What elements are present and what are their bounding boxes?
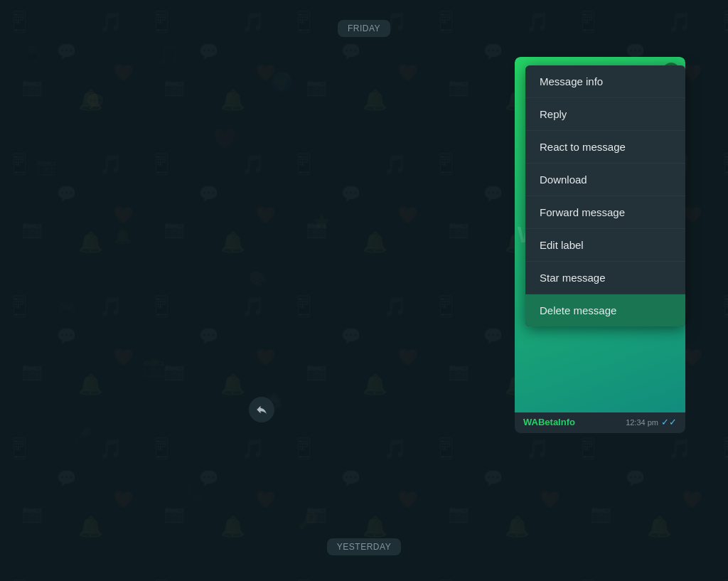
context-menu-item-delete[interactable]: Delete message	[525, 294, 685, 326]
day-label-friday: FRIDAY	[338, 20, 390, 37]
day-separator-yesterday: YESTERDAY	[0, 538, 728, 555]
sender-name: WABetaInfo	[523, 417, 575, 427]
context-menu-item-react[interactable]: React to message	[525, 131, 685, 164]
context-menu: Message info Reply React to message Down…	[525, 65, 685, 326]
context-menu-item-message-info[interactable]: Message info	[525, 65, 685, 98]
context-menu-item-download[interactable]: Download	[525, 164, 685, 196]
context-menu-item-reply[interactable]: Reply	[525, 98, 685, 131]
context-menu-item-forward[interactable]: Forward message	[525, 196, 685, 229]
day-separator-friday: FRIDAY	[0, 20, 728, 37]
message-time: 12:34 pm	[626, 418, 658, 427]
message-meta: 12:34 pm ✓✓	[626, 417, 677, 427]
day-label-yesterday: YESTERDAY	[327, 538, 401, 555]
message-read-receipts: ✓✓	[661, 417, 677, 427]
message-footer: WABetaInfo 12:34 pm ✓✓	[515, 412, 685, 433]
reply-arrow-icon	[255, 403, 268, 416]
context-menu-item-edit-label[interactable]: Edit label	[525, 229, 685, 262]
context-menu-item-star[interactable]: Star message	[525, 262, 685, 294]
